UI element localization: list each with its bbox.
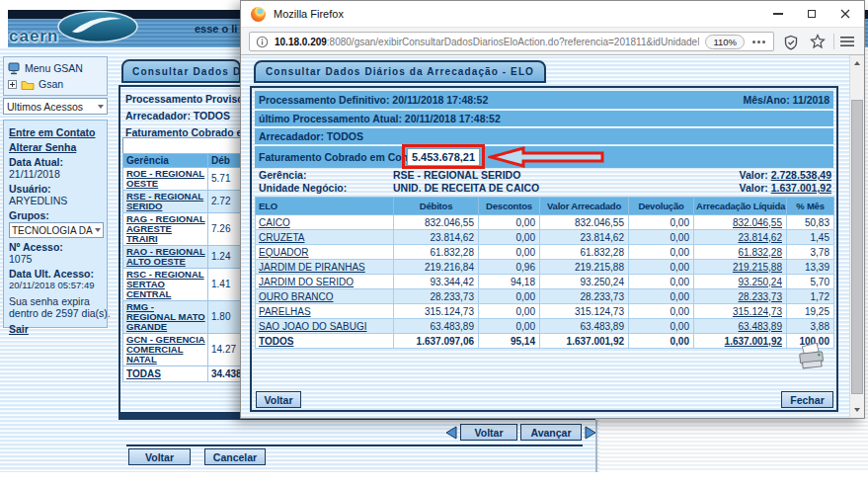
devolucao-cell: 0,00 [629,304,694,319]
devolucao-cell: 0,00 [629,319,694,334]
sidebar-tree-item-gsan[interactable]: Gsan [8,76,103,92]
elo-link[interactable]: CRUZETA [259,232,304,243]
firefox-icon [251,7,266,22]
sidebar-menu-gsan[interactable]: Menu GSAN [8,60,103,76]
valor-arrecadado-cell: 219.215,88 [540,260,629,275]
arrecadacao-liquida-cell: 23.814,62 [694,230,787,245]
popup-scrollbar[interactable] [849,55,864,418]
num-acesso-label: Nº Acesso: [9,241,102,253]
todos-cell: TODOS [256,334,394,349]
annotation-red-arrow [488,146,606,168]
scrollbar-thumb[interactable] [851,100,863,394]
todos-link[interactable]: TODOS [259,336,293,347]
nav-voltar-button[interactable]: Voltar [460,424,517,441]
elo-link[interactable]: OURO BRANCO [259,291,334,302]
url-bar[interactable]: 10.18.0.209:8080/gsan/exibirConsultarDad… [249,32,774,51]
maximize-icon [808,10,816,18]
arrecadacao-liquida-link[interactable]: 832.046,55 [733,217,782,228]
voltar-button[interactable]: Voltar [128,448,191,465]
cancelar-button[interactable]: Cancelar [204,448,266,465]
bookmark-star-icon[interactable] [810,34,826,49]
arrecadador-text: Arrecadador: TODOS [125,110,230,122]
gerencia-link[interactable]: ROE - REGIONAL OESTE [126,168,204,189]
gerencia-link[interactable]: RSE - REGIONAL SERIDO [126,191,203,211]
popup-page-title-tab: Consultar Dados Diários da Arrecadação -… [254,60,546,83]
elo-table-total-row: TODOS 1.637.097,06 95,14 1.637.001,92 0,… [256,334,834,349]
ultimo-processamento-text: último Processamento Atual: 20/11/2018 1… [255,113,501,124]
gerencia-cell: RAG - REGIONAL AGRESTE TRAIRI [123,213,208,246]
arrecadacao-liquida-link[interactable]: 63.483,89 [739,321,783,332]
gerencia-valor-link[interactable]: 2.728.538,49 [771,169,831,181]
sidebar-link-contato[interactable]: Entre em Contato [9,126,102,138]
popup-voltar-button[interactable]: Voltar [256,391,301,408]
elo-cell: SAO JOAO DO SABUGI [256,319,394,334]
descontos-cell: 0,00 [479,319,540,334]
scroll-down-button[interactable] [850,402,864,418]
elo-link[interactable]: SAO JOAO DO SABUGI [259,321,366,332]
arrecadacao-liquida-link[interactable]: 219.215,88 [733,262,782,273]
sidebar-link-sair[interactable]: Sair [9,323,102,335]
gerencia-link[interactable]: RMG - REGIONAL MATO GRANDE [126,301,205,332]
descontos-cell: 0,00 [479,230,540,245]
devolucao-cell: 0,00 [629,289,694,304]
arrecadacao-liquida-link[interactable]: 23.814,62 [739,232,783,243]
elo-table-row: EQUADOR 61.832,28 0,00 61.832,28 0,00 61… [256,245,834,260]
info-icon[interactable] [256,36,269,48]
arrecadacao-liquida-cell: 315.124,73 [694,304,787,319]
shield-icon[interactable] [783,35,799,50]
close-button[interactable] [829,1,862,27]
minimize-button[interactable] [761,1,795,27]
sidebar-link-alterar-senha[interactable]: Alterar Senha [9,141,102,153]
elo-link[interactable]: CAICO [259,217,290,228]
arrecadacao-liquida-link[interactable]: 93.250,24 [739,277,783,287]
gerencia-column-header: Gerência [123,154,208,168]
processamento-definitivo-text: Processamento Definitivo: 20/11/2018 17:… [255,94,488,106]
scroll-up-button[interactable] [850,55,864,71]
ultimos-acessos-select[interactable]: Ultimos Acessos [3,98,108,115]
debitos-cell: 832.046,55 [394,215,479,230]
background-page-title-tab: Consultar Dados D [121,59,241,83]
elo-link[interactable]: JARDIM DO SERIDO [259,277,354,287]
gerencia-link[interactable]: RAG - REGIONAL AGRESTE TRAIRI [126,213,205,244]
arrecadacao-liquida-link[interactable]: 28.233,73 [739,291,783,302]
sidebar-menu-box: Menu GSAN Gsan [3,56,108,96]
window-titlebar[interactable]: Mozilla Firefox [241,1,864,27]
menu-hamburger-icon[interactable] [840,36,854,47]
gerencia-link[interactable]: RAO - REGIONAL ALTO OESTE [126,246,205,267]
nav-avancar-button[interactable]: Avançar [520,424,582,441]
pct-mes-cell: 3,78 [787,245,834,260]
page-actions-icon[interactable] [750,39,767,45]
annotation-red-box [402,144,485,169]
print-icon[interactable] [795,343,827,370]
total-arrecadacao-liquida-link[interactable]: 1.637.001,92 [725,336,782,347]
pct-mes-cell: 3,88 [787,319,834,334]
arrecadacao-liquida-link[interactable]: 61.832,28 [739,247,783,258]
unidade-valor-link[interactable]: 1.637.001,92 [771,182,831,194]
todas-link[interactable]: TODAS [126,368,161,379]
arrecadacao-liquida-link[interactable]: 315.124,73 [733,306,782,317]
elo-link[interactable]: JARDIM DE PIRANHAS [259,262,365,273]
unidade-row: Unidade Negócio: UNID. DE RECEITA DE CAI… [255,182,833,195]
elo-table-row: JARDIM DE PIRANHAS 219.216,84 0,96 219.2… [256,260,834,275]
grupos-select[interactable]: TECNOLOGIA DA [9,222,104,238]
page-previous-arrow-icon[interactable] [445,426,457,440]
page-next-arrow-icon[interactable] [585,426,596,440]
popup-fechar-button[interactable]: Fechar [781,391,833,408]
elo-link[interactable]: PARELHAS [259,306,311,317]
zoom-level-badge[interactable]: 110% [705,35,745,49]
elo-link[interactable]: EQUADOR [259,247,309,258]
expand-plus-icon[interactable] [8,80,17,89]
maximize-button[interactable] [795,1,829,27]
devolucao-cell: 0,00 [629,260,694,275]
triangle-down-icon [854,408,860,412]
arrecadador-row: Arrecadador: TODOS [255,128,833,144]
gerencia-link[interactable]: GCN - GERENCIA COMERCIAL NATAL [126,334,205,364]
arrecadacao-liquida-cell: 93.250,24 [694,275,787,289]
elo-cell: EQUADOR [256,245,394,260]
senha-expira-line2: dentro de 2597 dia(s). [9,307,102,319]
elo-cell: JARDIM DO SERIDO [256,275,394,289]
pct-mes-cell: 1,45 [787,230,834,245]
url-host: 10.18.0.209 [275,37,327,47]
gerencia-link[interactable]: RSC - REGIONAL SERTAO CENTRAL [126,269,204,299]
gerencia-cell: GCN - GERENCIA COMERCIAL NATAL [123,334,208,366]
